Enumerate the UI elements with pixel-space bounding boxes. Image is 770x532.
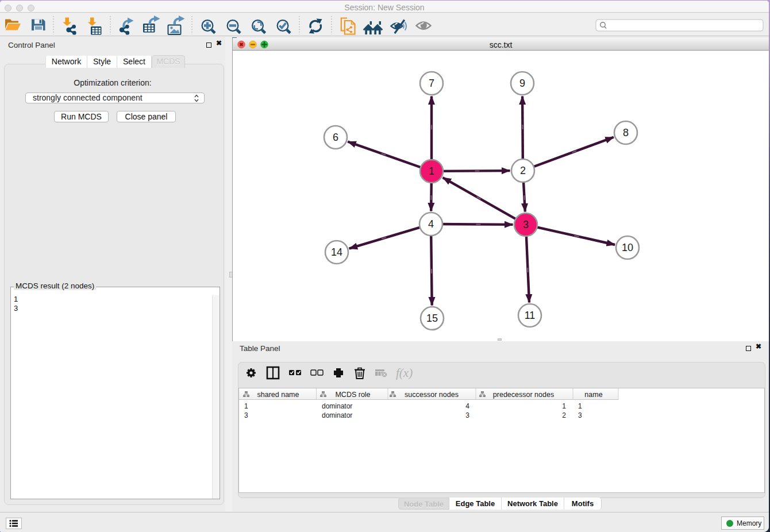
- svg-text:7: 7: [429, 78, 434, 89]
- svg-text:3: 3: [523, 219, 529, 230]
- svg-text:2: 2: [520, 165, 526, 176]
- svg-text:15: 15: [426, 313, 438, 324]
- svg-text:1: 1: [429, 165, 434, 177]
- svg-text:4: 4: [428, 218, 434, 230]
- svg-text:10: 10: [622, 242, 633, 253]
- svg-text:11: 11: [525, 310, 536, 321]
- svg-text:9: 9: [519, 78, 525, 89]
- svg-text:14: 14: [331, 246, 342, 258]
- svg-text:predecessor nodes: predecessor nodes: [493, 391, 554, 399]
- svg-text:name: name: [584, 391, 602, 399]
- svg-text:f(x): f(x): [396, 366, 413, 380]
- svg-text:MCDS role: MCDS role: [335, 391, 370, 399]
- svg-text:6: 6: [333, 132, 338, 143]
- svg-text:shared name: shared name: [257, 391, 299, 399]
- svg-text:8: 8: [623, 127, 629, 138]
- svg-text:successor nodes: successor nodes: [405, 391, 459, 399]
